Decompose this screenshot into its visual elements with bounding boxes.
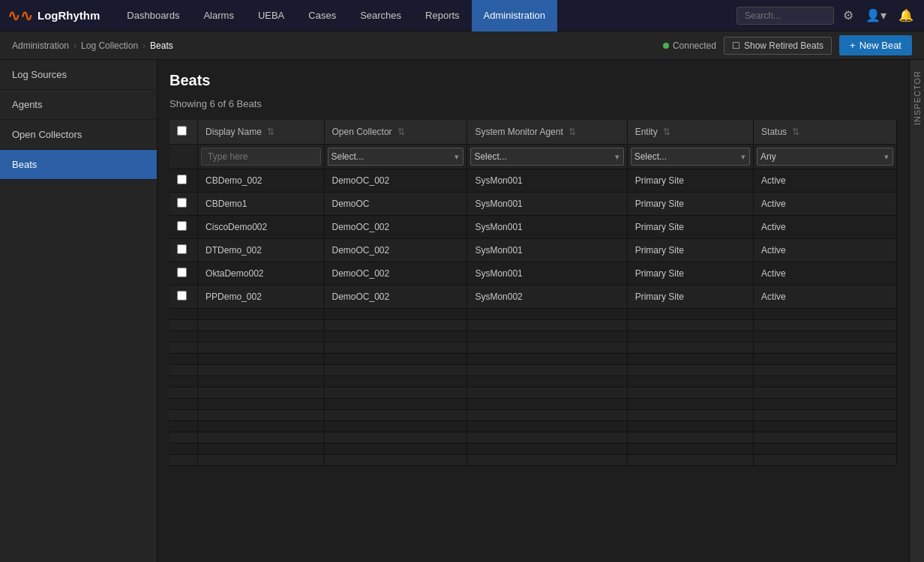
row-system-monitor: SysMon001 xyxy=(467,169,627,193)
row-entity: Primary Site xyxy=(627,193,753,216)
row-checkbox-cell xyxy=(170,216,198,239)
row-system-monitor: SysMon001 xyxy=(467,216,627,239)
sort-display-name-icon[interactable]: ⇅ xyxy=(267,127,274,137)
row-system-monitor: SysMon001 xyxy=(467,239,627,262)
row-checkbox[interactable] xyxy=(177,221,187,231)
empty-row xyxy=(170,410,897,421)
filter-entity-select[interactable]: Select... xyxy=(631,148,750,166)
settings-icon[interactable]: ⚙ xyxy=(840,5,856,25)
row-display-name: CBDemo_002 xyxy=(198,169,324,193)
row-display-name: CBDemo1 xyxy=(198,193,324,216)
empty-row xyxy=(170,354,897,365)
empty-row xyxy=(170,331,897,342)
table-row: PPDemo_002 DemoOC_002 SysMon002 Primary … xyxy=(170,285,897,309)
breadcrumb-sep-2: › xyxy=(142,40,146,51)
sidebar-item-open-collectors[interactable]: Open Collectors xyxy=(0,120,157,150)
row-open-collector: DemoOC_002 xyxy=(324,262,467,285)
empty-row xyxy=(170,376,897,387)
row-status: Active xyxy=(754,262,897,285)
main-layout: Log Sources Agents Open Collectors Beats… xyxy=(0,60,924,562)
row-open-collector: DemoOC_002 xyxy=(324,239,467,262)
main-content: Beats Showing 6 of 6 Beats Display Name … xyxy=(158,60,909,562)
empty-row xyxy=(170,399,897,410)
filter-entity-cell: Select... xyxy=(627,145,753,169)
filter-open-collector-select[interactable]: Select... xyxy=(328,148,464,166)
table-row: CBDemo1 DemoOC SysMon001 Primary Site Ac… xyxy=(170,193,897,216)
inspector-label: INSPECTOR xyxy=(913,70,922,125)
filter-checkbox-cell xyxy=(170,145,198,169)
row-checkbox[interactable] xyxy=(177,268,187,277)
show-retired-beats-button[interactable]: ☐ Show Retired Beats xyxy=(724,37,832,55)
row-open-collector: DemoOC_002 xyxy=(324,216,467,239)
filter-display-name-cell xyxy=(198,145,324,169)
nav-right: ⚙ 👤▾ 🔔 xyxy=(736,5,916,25)
empty-row xyxy=(170,444,897,455)
sidebar-item-beats[interactable]: Beats xyxy=(0,150,157,180)
row-checkbox[interactable] xyxy=(177,175,187,184)
row-checkbox[interactable] xyxy=(177,244,187,254)
sidebar-item-log-sources[interactable]: Log Sources xyxy=(0,60,157,90)
sort-entity-icon[interactable]: ⇅ xyxy=(663,127,670,137)
beats-table: Display Name ⇅ Open Collector ⇅ System M… xyxy=(170,120,897,466)
nav-searches[interactable]: Searches xyxy=(348,0,413,31)
sidebar: Log Sources Agents Open Collectors Beats xyxy=(0,60,158,562)
search-input[interactable] xyxy=(736,7,834,25)
breadcrumb-administration[interactable]: Administration xyxy=(12,40,69,51)
notification-icon[interactable]: 🔔 xyxy=(896,5,916,25)
empty-row xyxy=(170,309,897,320)
new-beat-button[interactable]: + New Beat xyxy=(839,35,912,55)
table-row: CiscoDemo002 DemoOC_002 SysMon001 Primar… xyxy=(170,216,897,239)
logo: ∿∿ LogRhythm xyxy=(8,7,100,25)
checkbox-icon: ☐ xyxy=(732,40,740,51)
table-row: DTDemo_002 DemoOC_002 SysMon001 Primary … xyxy=(170,239,897,262)
check-all-checkbox[interactable] xyxy=(177,126,187,136)
nav-dashboards[interactable]: Dashboards xyxy=(115,0,191,31)
plus-icon: + xyxy=(850,40,856,51)
breadcrumb-beats: Beats xyxy=(150,40,173,51)
breadcrumb-log-collection[interactable]: Log Collection xyxy=(81,40,138,51)
empty-row xyxy=(170,421,897,432)
breadcrumb: Administration › Log Collection › Beats … xyxy=(0,31,924,60)
inspector-panel[interactable]: INSPECTOR xyxy=(909,60,924,562)
th-system-monitor-agent: System Monitor Agent ⇅ xyxy=(467,120,627,145)
nav-administration[interactable]: Administration xyxy=(472,0,557,31)
filter-sma-select[interactable]: Select... xyxy=(470,148,623,166)
connected-label: Connected xyxy=(673,40,716,51)
filter-sma-wrapper: Select... xyxy=(470,148,623,166)
row-entity: Primary Site xyxy=(627,169,753,193)
table-row: CBDemo_002 DemoOC_002 SysMon001 Primary … xyxy=(170,169,897,193)
sort-status-icon[interactable]: ⇅ xyxy=(792,127,800,137)
user-icon[interactable]: 👤▾ xyxy=(862,5,890,25)
th-entity: Entity ⇅ xyxy=(627,120,753,145)
filter-display-name-input[interactable] xyxy=(201,148,320,166)
connected-dot xyxy=(663,43,669,49)
row-display-name: OktaDemo002 xyxy=(198,262,324,285)
nav-cases[interactable]: Cases xyxy=(296,0,348,31)
filter-status-wrapper: Any xyxy=(757,148,893,166)
sort-sma-icon[interactable]: ⇅ xyxy=(568,127,576,137)
row-checkbox-cell xyxy=(170,285,198,309)
showing-count: Showing 6 of 6 Beats xyxy=(170,98,897,109)
row-checkbox[interactable] xyxy=(177,291,187,300)
logo-icon: ∿∿ xyxy=(8,7,33,25)
th-open-collector: Open Collector ⇅ xyxy=(324,120,467,145)
nav-alarms[interactable]: Alarms xyxy=(191,0,245,31)
sidebar-item-agents[interactable]: Agents xyxy=(0,90,157,120)
nav-ueba[interactable]: UEBA xyxy=(246,0,296,31)
row-checkbox[interactable] xyxy=(177,198,187,208)
row-display-name: DTDemo_002 xyxy=(198,239,324,262)
row-checkbox-cell xyxy=(170,239,198,262)
filter-sma-cell: Select... xyxy=(467,145,627,169)
row-checkbox-cell xyxy=(170,262,198,285)
nav-reports[interactable]: Reports xyxy=(413,0,472,31)
row-status: Active xyxy=(754,239,897,262)
filter-entity-wrapper: Select... xyxy=(631,148,750,166)
th-check-all xyxy=(170,120,198,145)
filter-status-select[interactable]: Any xyxy=(757,148,893,166)
empty-row xyxy=(170,342,897,354)
row-system-monitor: SysMon001 xyxy=(467,262,627,285)
th-status: Status ⇅ xyxy=(754,120,897,145)
row-open-collector: DemoOC_002 xyxy=(324,169,467,193)
table-row: OktaDemo002 DemoOC_002 SysMon001 Primary… xyxy=(170,262,897,285)
sort-open-collector-icon[interactable]: ⇅ xyxy=(398,127,405,137)
